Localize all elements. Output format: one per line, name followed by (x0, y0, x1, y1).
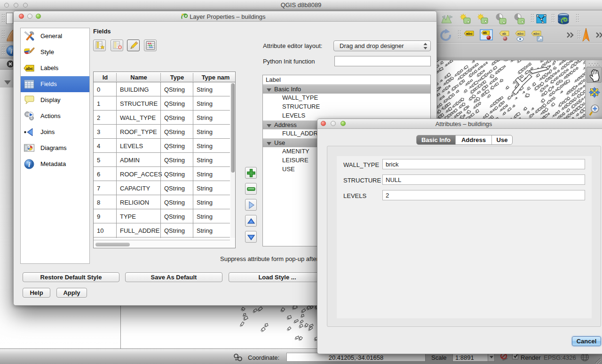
svg-text:abc: abc (466, 32, 473, 36)
svg-text:abc: abc (533, 32, 540, 36)
svg-text:i: i (10, 48, 12, 55)
svg-text:abc: abc (26, 66, 33, 71)
svg-text:ab: ab (502, 32, 506, 35)
svg-text:abc: abc (517, 32, 524, 36)
svg-text:ab: ab (483, 31, 487, 34)
